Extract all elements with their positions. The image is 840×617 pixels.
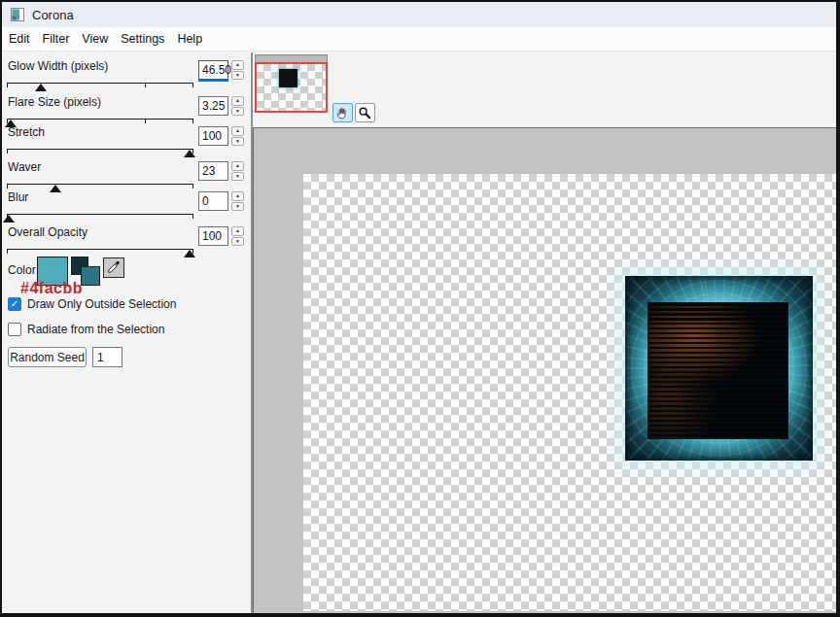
spin-up-button[interactable]: ▲	[231, 226, 244, 236]
radiate-from-selection-checkbox[interactable]	[8, 323, 21, 336]
stretch-slider-track[interactable]	[7, 149, 193, 160]
random-seed-button[interactable]: Random Seed	[8, 347, 87, 367]
corona-inner-square	[648, 303, 788, 438]
menu-view[interactable]: View	[78, 28, 117, 51]
random-seed-input[interactable]	[92, 347, 122, 367]
menubar: Edit Filter View Settings Help	[2, 27, 836, 51]
navigator-thumbnail[interactable]	[255, 62, 328, 113]
control-panel: Glow Width (pixels) 46.50 ▲ ▼ Flare Size…	[2, 52, 251, 613]
glow-width-value-input[interactable]: 46.50	[198, 60, 228, 80]
overall-opacity-spinner: ▲ ▼	[231, 226, 244, 246]
preview-side	[253, 52, 836, 613]
slider-glow-width-label: Glow Width (pixels)	[8, 59, 108, 73]
preview-canvas[interactable]	[253, 127, 836, 613]
draw-outside-selection-checkbox[interactable]	[8, 297, 21, 311]
waver-value-input[interactable]: 23	[198, 161, 228, 181]
flare-size-spinner: ▲ ▼	[231, 96, 244, 116]
hand-tool-button[interactable]	[332, 103, 353, 122]
slider-waver: Waver 23 ▲ ▼	[2, 160, 251, 192]
slider-flare-size-label: Flare Size (pixels)	[8, 95, 101, 109]
spin-down-button[interactable]: ▼	[231, 172, 244, 182]
spin-up-button[interactable]: ▲	[231, 126, 244, 136]
slider-overall-opacity: Overall Opacity 100 ▲ ▼	[2, 225, 251, 257]
slider-overall-opacity-label: Overall Opacity	[8, 225, 88, 239]
eyedropper-button[interactable]	[103, 257, 124, 278]
zoom-tool-button[interactable]	[355, 103, 375, 122]
stretch-spinner: ▲ ▼	[231, 126, 244, 146]
menu-help[interactable]: Help	[173, 28, 211, 51]
overall-opacity-value-input[interactable]: 100	[198, 226, 228, 246]
hand-icon	[335, 106, 350, 120]
app-icon	[11, 8, 24, 21]
color-label: Color	[8, 263, 36, 277]
blur-spinner: ▲ ▼	[231, 191, 244, 211]
menu-settings[interactable]: Settings	[117, 28, 173, 51]
radiate-from-selection-row: Radiate from the Selection	[8, 322, 164, 336]
spin-up-button[interactable]: ▲	[231, 60, 244, 70]
background-color-swatch[interactable]	[81, 266, 100, 286]
slider-stretch-label: Stretch	[8, 125, 45, 139]
spin-up-button[interactable]: ▲	[231, 191, 244, 201]
overall-opacity-slider-track[interactable]	[7, 249, 193, 260]
draw-outside-selection-row: Draw Only Outside Selection	[8, 296, 176, 311]
transparency-checkerboard	[303, 174, 836, 611]
draw-outside-selection-label: Draw Only Outside Selection	[27, 297, 176, 311]
glow-width-spinner: ▲ ▼	[231, 60, 244, 80]
radiate-from-selection-label: Radiate from the Selection	[27, 323, 164, 336]
window-title: Corona	[32, 8, 74, 22]
stretch-value-input[interactable]: 100	[198, 126, 228, 146]
spin-down-button[interactable]: ▼	[231, 107, 244, 117]
menu-filter[interactable]: Filter	[39, 28, 79, 51]
spin-down-button[interactable]: ▼	[231, 237, 244, 247]
blur-value-input[interactable]: 0	[198, 191, 228, 211]
slider-glow-width: Glow Width (pixels) 46.50 ▲ ▼	[2, 59, 251, 91]
slider-thumb[interactable]	[3, 215, 15, 223]
slider-thumb[interactable]	[35, 84, 47, 91]
menu-edit[interactable]: Edit	[5, 28, 39, 51]
corona-window: Corona Edit Filter View Settings Help Gl…	[0, 0, 840, 617]
spin-up-button[interactable]: ▲	[231, 161, 244, 171]
slider-waver-label: Waver	[8, 160, 41, 174]
slider-blur-label: Blur	[8, 190, 28, 204]
slider-blur: Blur 0 ▲ ▼	[2, 190, 251, 223]
color-hex-label: #4facbb	[20, 280, 83, 297]
spin-down-button[interactable]: ▼	[231, 71, 244, 81]
blur-slider-track[interactable]	[7, 214, 193, 225]
magnifier-icon	[358, 106, 372, 120]
slider-thumb[interactable]	[184, 250, 195, 257]
slider-thumb[interactable]	[184, 150, 195, 157]
slider-flare-size: Flare Size (pixels) 3.25 ▲ ▼	[2, 95, 251, 127]
spin-down-button[interactable]: ▼	[231, 202, 244, 212]
flare-size-value-input[interactable]: 3.25	[198, 96, 228, 116]
eyedropper-icon	[106, 260, 122, 276]
spin-up-button[interactable]: ▲	[231, 96, 244, 106]
slider-stretch: Stretch 100 ▲ ▼	[2, 125, 251, 157]
glow-width-slider-track[interactable]	[7, 83, 193, 94]
navigator-image-square	[279, 69, 298, 87]
waver-spinner: ▲ ▼	[231, 161, 244, 181]
spin-down-button[interactable]: ▼	[231, 137, 244, 147]
titlebar: Corona	[2, 2, 836, 27]
corona-effect-square	[625, 276, 813, 461]
